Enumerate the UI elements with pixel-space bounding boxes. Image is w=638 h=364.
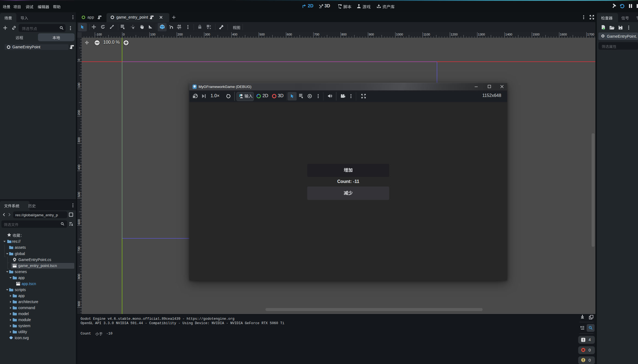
svg-text:400: 400 (77, 165, 81, 170)
svg-text:600: 600 (77, 219, 81, 224)
svg-text:100: 100 (77, 83, 81, 88)
svg-text:300: 300 (77, 137, 81, 143)
svg-text:0: 0 (77, 59, 81, 61)
svg-text:900: 900 (77, 301, 81, 306)
svg-text:500: 500 (77, 192, 81, 197)
svg-text:700: 700 (77, 247, 81, 252)
svg-text:200: 200 (77, 110, 81, 115)
svg-text:800: 800 (77, 274, 81, 279)
